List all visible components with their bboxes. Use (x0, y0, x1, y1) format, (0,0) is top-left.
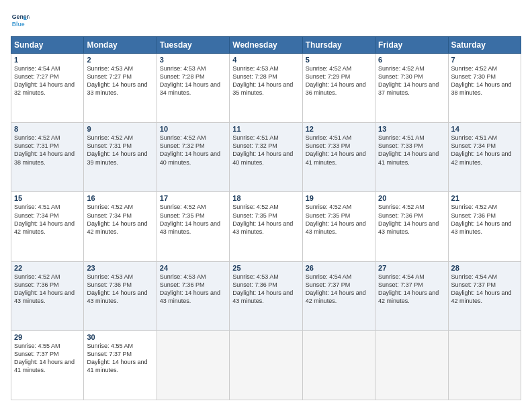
day-info: Sunrise: 4:52 AMSunset: 7:35 PMDaylight:… (160, 203, 226, 236)
day-cell-3: 3Sunrise: 4:53 AMSunset: 7:28 PMDaylight… (157, 54, 229, 123)
day-info: Sunrise: 4:51 AMSunset: 7:34 PMDaylight:… (14, 203, 81, 236)
day-number: 20 (378, 194, 445, 202)
day-cell-12: 12Sunrise: 4:51 AMSunset: 7:33 PMDayligh… (302, 123, 375, 192)
day-info: Sunrise: 4:52 AMSunset: 7:30 PMDaylight:… (378, 64, 445, 97)
day-info: Sunrise: 4:54 AMSunset: 7:37 PMDaylight:… (451, 273, 518, 306)
day-number: 29 (14, 333, 81, 341)
calendar-week-1: 1Sunrise: 4:54 AMSunset: 7:27 PMDaylight… (11, 54, 521, 123)
empty-cell (375, 330, 448, 400)
day-info: Sunrise: 4:52 AMSunset: 7:30 PMDaylight:… (451, 64, 518, 97)
day-cell-15: 15Sunrise: 4:51 AMSunset: 7:34 PMDayligh… (11, 192, 84, 261)
day-info: Sunrise: 4:52 AMSunset: 7:29 PMDaylight:… (306, 64, 372, 97)
day-info: Sunrise: 4:52 AMSunset: 7:36 PMDaylight:… (14, 273, 81, 306)
day-number: 23 (87, 264, 153, 272)
day-info: Sunrise: 4:51 AMSunset: 7:34 PMDaylight:… (451, 134, 518, 167)
day-number: 25 (232, 264, 299, 272)
day-number: 28 (451, 264, 518, 272)
calendar-header-row: SundayMondayTuesdayWednesdayThursdayFrid… (11, 37, 521, 54)
day-cell-14: 14Sunrise: 4:51 AMSunset: 7:34 PMDayligh… (448, 123, 521, 192)
calendar-table: SundayMondayTuesdayWednesdayThursdayFrid… (11, 36, 521, 400)
day-info: Sunrise: 4:54 AMSunset: 7:37 PMDaylight:… (306, 273, 372, 306)
day-number: 13 (378, 125, 445, 133)
day-cell-26: 26Sunrise: 4:54 AMSunset: 7:37 PMDayligh… (302, 261, 375, 330)
day-info: Sunrise: 4:55 AMSunset: 7:37 PMDaylight:… (87, 342, 153, 375)
weekday-header-wednesday: Wednesday (230, 37, 302, 54)
day-info: Sunrise: 4:54 AMSunset: 7:27 PMDaylight:… (14, 64, 81, 97)
day-info: Sunrise: 4:51 AMSunset: 7:32 PMDaylight:… (232, 134, 299, 167)
day-cell-4: 4Sunrise: 4:53 AMSunset: 7:28 PMDaylight… (230, 54, 302, 123)
day-number: 6 (378, 56, 445, 64)
day-number: 2 (87, 56, 153, 64)
empty-cell (157, 330, 229, 400)
day-info: Sunrise: 4:53 AMSunset: 7:36 PMDaylight:… (87, 273, 153, 306)
day-info: Sunrise: 4:51 AMSunset: 7:33 PMDaylight:… (306, 134, 372, 167)
day-number: 16 (87, 194, 153, 202)
day-cell-9: 9Sunrise: 4:52 AMSunset: 7:31 PMDaylight… (84, 123, 157, 192)
day-info: Sunrise: 4:53 AMSunset: 7:27 PMDaylight:… (87, 64, 153, 97)
day-cell-30: 30Sunrise: 4:55 AMSunset: 7:37 PMDayligh… (84, 330, 157, 400)
day-number: 7 (451, 56, 518, 64)
day-number: 8 (14, 125, 81, 133)
day-number: 3 (160, 56, 226, 64)
day-number: 12 (306, 125, 372, 133)
day-number: 5 (306, 56, 372, 64)
day-cell-28: 28Sunrise: 4:54 AMSunset: 7:37 PMDayligh… (448, 261, 521, 330)
day-cell-22: 22Sunrise: 4:52 AMSunset: 7:36 PMDayligh… (11, 261, 84, 330)
day-info: Sunrise: 4:52 AMSunset: 7:35 PMDaylight:… (306, 203, 372, 236)
page: General Blue SundayMondayTuesdayWednesda… (0, 0, 532, 411)
day-number: 22 (14, 264, 81, 272)
day-cell-24: 24Sunrise: 4:53 AMSunset: 7:36 PMDayligh… (157, 261, 229, 330)
day-cell-1: 1Sunrise: 4:54 AMSunset: 7:27 PMDaylight… (11, 54, 84, 123)
logo: General Blue (11, 11, 32, 30)
day-cell-11: 11Sunrise: 4:51 AMSunset: 7:32 PMDayligh… (230, 123, 302, 192)
day-info: Sunrise: 4:52 AMSunset: 7:34 PMDaylight:… (87, 203, 153, 236)
day-number: 1 (14, 56, 81, 64)
day-cell-5: 5Sunrise: 4:52 AMSunset: 7:29 PMDaylight… (302, 54, 375, 123)
weekday-header-tuesday: Tuesday (157, 37, 229, 54)
svg-text:Blue: Blue (12, 21, 25, 28)
day-number: 30 (87, 333, 153, 341)
day-info: Sunrise: 4:53 AMSunset: 7:36 PMDaylight:… (232, 273, 299, 306)
calendar-week-4: 22Sunrise: 4:52 AMSunset: 7:36 PMDayligh… (11, 261, 521, 330)
day-info: Sunrise: 4:53 AMSunset: 7:28 PMDaylight:… (232, 64, 299, 97)
empty-cell (230, 330, 302, 400)
day-number: 26 (306, 264, 372, 272)
day-info: Sunrise: 4:52 AMSunset: 7:31 PMDaylight:… (87, 134, 153, 167)
day-info: Sunrise: 4:53 AMSunset: 7:36 PMDaylight:… (160, 273, 226, 306)
day-number: 18 (232, 194, 299, 202)
day-cell-7: 7Sunrise: 4:52 AMSunset: 7:30 PMDaylight… (448, 54, 521, 123)
day-number: 14 (451, 125, 518, 133)
weekday-header-monday: Monday (84, 37, 157, 54)
weekday-header-thursday: Thursday (302, 37, 375, 54)
day-info: Sunrise: 4:52 AMSunset: 7:36 PMDaylight:… (378, 203, 445, 236)
weekday-header-saturday: Saturday (448, 37, 521, 54)
day-info: Sunrise: 4:52 AMSunset: 7:31 PMDaylight:… (14, 134, 81, 167)
day-cell-19: 19Sunrise: 4:52 AMSunset: 7:35 PMDayligh… (302, 192, 375, 261)
day-info: Sunrise: 4:52 AMSunset: 7:32 PMDaylight:… (160, 134, 226, 167)
day-info: Sunrise: 4:55 AMSunset: 7:37 PMDaylight:… (14, 342, 81, 375)
day-cell-29: 29Sunrise: 4:55 AMSunset: 7:37 PMDayligh… (11, 330, 84, 400)
header: General Blue (11, 11, 521, 30)
empty-cell (302, 330, 375, 400)
day-info: Sunrise: 4:52 AMSunset: 7:35 PMDaylight:… (232, 203, 299, 236)
day-cell-25: 25Sunrise: 4:53 AMSunset: 7:36 PMDayligh… (230, 261, 302, 330)
day-cell-27: 27Sunrise: 4:54 AMSunset: 7:37 PMDayligh… (375, 261, 448, 330)
day-number: 11 (232, 125, 299, 133)
day-cell-17: 17Sunrise: 4:52 AMSunset: 7:35 PMDayligh… (157, 192, 229, 261)
day-info: Sunrise: 4:54 AMSunset: 7:37 PMDaylight:… (378, 273, 445, 306)
day-number: 27 (378, 264, 445, 272)
day-info: Sunrise: 4:53 AMSunset: 7:28 PMDaylight:… (160, 64, 226, 97)
day-cell-16: 16Sunrise: 4:52 AMSunset: 7:34 PMDayligh… (84, 192, 157, 261)
calendar-week-5: 29Sunrise: 4:55 AMSunset: 7:37 PMDayligh… (11, 330, 521, 400)
day-number: 15 (14, 194, 81, 202)
day-cell-2: 2Sunrise: 4:53 AMSunset: 7:27 PMDaylight… (84, 54, 157, 123)
day-number: 19 (306, 194, 372, 202)
svg-text:General: General (12, 13, 30, 20)
day-number: 9 (87, 125, 153, 133)
day-cell-13: 13Sunrise: 4:51 AMSunset: 7:33 PMDayligh… (375, 123, 448, 192)
day-number: 21 (451, 194, 518, 202)
weekday-header-friday: Friday (375, 37, 448, 54)
day-cell-23: 23Sunrise: 4:53 AMSunset: 7:36 PMDayligh… (84, 261, 157, 330)
day-info: Sunrise: 4:51 AMSunset: 7:33 PMDaylight:… (378, 134, 445, 167)
day-cell-18: 18Sunrise: 4:52 AMSunset: 7:35 PMDayligh… (230, 192, 302, 261)
